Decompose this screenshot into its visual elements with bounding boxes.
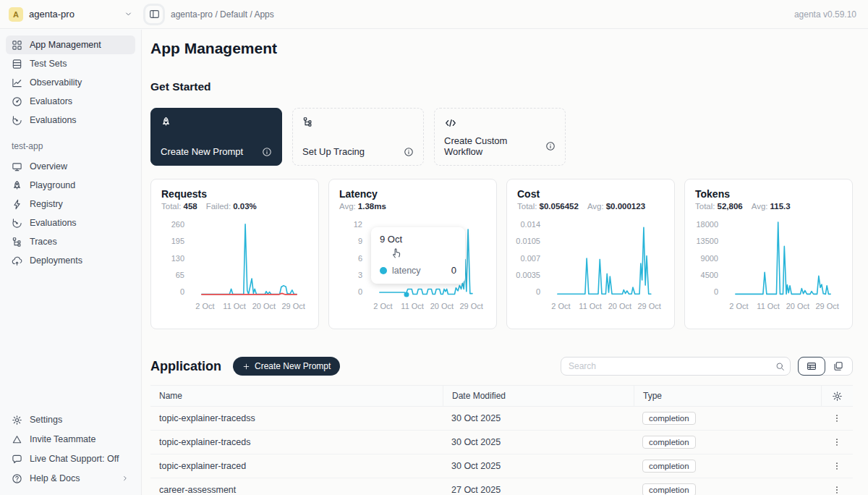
sidebar-item-registry[interactable]: Registry <box>6 195 135 213</box>
table-header: Name Date Modified Type <box>150 385 853 407</box>
create-new-prompt-button[interactable]: Create New Prompt <box>233 357 340 376</box>
stats-cards: Requests Total:458Failed:0.03% 260195130… <box>150 179 853 329</box>
table-row[interactable]: career-assessment 27 Oct 2025 completion <box>150 478 853 495</box>
table-view-button[interactable] <box>798 357 825 376</box>
chart-x-axis-labels: 2 Oct11 Oct20 Oct29 Oct <box>546 302 664 312</box>
sidebar-item-deployments[interactable]: Deployments <box>6 251 135 270</box>
sidebar-item-test-sets[interactable]: Test Sets <box>6 54 135 73</box>
rocket-icon <box>161 117 174 130</box>
stat-card-requests: Requests Total:458Failed:0.03% 260195130… <box>150 179 319 329</box>
sidebar-toggle-button[interactable] <box>143 4 165 25</box>
cursor-hand-icon <box>390 246 404 260</box>
application-heading: Application <box>150 359 221 374</box>
stat-pair: Failed:0.03% <box>206 202 257 211</box>
application-header: Application Create New Prompt <box>150 357 853 376</box>
sidebar-footer-nav: Settings Invite Teammate Live Chat Suppo… <box>6 410 135 488</box>
hover-point-marker <box>404 292 409 297</box>
sidebar-item-help-docs[interactable]: Help & Docs <box>6 469 135 488</box>
sidebar-item-evaluators[interactable]: Evaluators <box>6 92 135 111</box>
dots-vertical-icon <box>832 437 842 447</box>
monitor-icon <box>12 161 22 172</box>
type-badge: completion <box>642 460 696 473</box>
stat-card-stats: Total:$0.056452Avg:$0.000123 <box>517 202 664 211</box>
stat-card-tokens: Tokens Total:52,806Avg:115.3 18000135009… <box>684 179 853 329</box>
line-series-tokens <box>736 222 830 294</box>
gauge-icon <box>12 96 22 107</box>
test-sets-icon <box>12 59 22 69</box>
dots-vertical-icon <box>832 461 842 471</box>
chart-plot-area[interactable] <box>190 221 308 296</box>
stat-card-title: Latency <box>339 188 486 200</box>
row-actions-button[interactable] <box>821 461 853 471</box>
table-row[interactable]: topic-explainer-tracedss 30 Oct 2025 com… <box>150 407 853 431</box>
sidebar-project-label: test-app <box>12 141 135 151</box>
chart-x-axis-labels: 2 Oct11 Oct20 Oct29 Oct <box>724 302 842 312</box>
tree-icon <box>302 117 315 130</box>
stat-card-title: Cost <box>517 188 664 200</box>
sidebar-item-observability[interactable]: Observability <box>6 73 135 92</box>
stat-card-title: Requests <box>161 188 308 200</box>
main-content: App Management Get Started Create New Pr… <box>150 29 853 495</box>
workspace-avatar: A <box>9 7 23 22</box>
workspace-name: agenta-pro <box>29 9 118 20</box>
sidebar-item-settings[interactable]: Settings <box>6 410 135 429</box>
info-icon[interactable] <box>262 147 272 157</box>
table-settings-button[interactable] <box>821 386 853 406</box>
get-started-card-create-custom-workflow[interactable]: Create Custom Workflow <box>434 108 566 166</box>
cloud-icon <box>12 255 22 266</box>
get-started-card-set-up-tracing[interactable]: Set Up Tracing <box>292 108 424 166</box>
search-input[interactable] <box>561 361 770 371</box>
sidebar-item-traces[interactable]: Traces <box>6 232 135 251</box>
table-row[interactable]: topic-explainer-traceds 30 Oct 2025 comp… <box>150 431 853 454</box>
sidebar-item-evaluations[interactable]: Evaluations <box>6 111 135 130</box>
stat-pair: Total:458 <box>161 202 197 211</box>
stat-pair: Avg:$0.000123 <box>587 202 645 211</box>
type-badge: completion <box>642 412 696 425</box>
column-header-date-modified: Date Modified <box>443 386 634 406</box>
line-series-cost <box>558 227 651 294</box>
chat-icon <box>12 454 22 465</box>
row-actions-button[interactable] <box>821 485 853 495</box>
stat-card-title: Tokens <box>695 188 842 200</box>
get-started-cards: Create New Prompt Set Up Tracing Create … <box>150 108 853 166</box>
table-row[interactable]: topic-explainer-traced 30 Oct 2025 compl… <box>150 454 853 478</box>
chart-y-axis-labels: 0.0140.01050.0070.00350 <box>517 221 546 296</box>
card-view-icon <box>833 361 843 371</box>
sidebar-item-overview[interactable]: Overview <box>6 157 135 176</box>
row-actions-button[interactable] <box>821 413 853 423</box>
app-version: agenta v0.59.10 <box>794 9 868 20</box>
search-icon[interactable] <box>770 358 790 375</box>
stat-pair: Avg:115.3 <box>752 202 791 211</box>
table-view-icon <box>807 361 817 371</box>
stat-pair: Total:$0.056452 <box>517 202 579 211</box>
get-started-card-create-new-prompt[interactable]: Create New Prompt <box>150 108 282 166</box>
sidebar-item-invite-teammate[interactable]: Invite Teammate <box>6 430 135 449</box>
card-view-button[interactable] <box>825 357 852 376</box>
sidebar-item-live-chat-support-off[interactable]: Live Chat Support: Off <box>6 449 135 468</box>
type-badge: completion <box>642 483 696 495</box>
chevron-down-icon <box>124 9 133 19</box>
info-icon[interactable] <box>404 147 414 157</box>
chart-x-axis-labels: 2 Oct11 Oct20 Oct29 Oct <box>368 302 486 312</box>
app-grid-icon <box>12 40 22 51</box>
tree-icon <box>12 237 22 248</box>
gauge-arrow-icon <box>12 115 22 126</box>
workspace-selector[interactable]: A agenta-pro <box>0 0 142 28</box>
stat-card-stats: Avg:1.38ms <box>339 202 486 211</box>
observability-chart-icon <box>12 77 22 88</box>
chart-tooltip: 9 Oct latency 0 <box>371 227 465 284</box>
sidebar-item-app-management[interactable]: App Management <box>6 35 135 54</box>
chart-x-axis-labels: 2 Oct11 Oct20 Oct29 Oct <box>190 302 308 312</box>
info-icon[interactable] <box>545 141 556 151</box>
triangle-icon <box>12 434 22 445</box>
breadcrumb: agenta-pro / Default / Apps <box>171 9 274 20</box>
gear-icon <box>12 415 22 426</box>
row-actions-button[interactable] <box>821 437 853 447</box>
chevron-right-icon <box>121 474 129 483</box>
column-header-name: Name <box>150 386 443 406</box>
sidebar-item-evaluations[interactable]: Evaluations <box>6 213 135 232</box>
sidebar-item-playground[interactable]: Playground <box>6 176 135 195</box>
chart-plot-area[interactable] <box>724 221 842 296</box>
chart-plot-area[interactable] <box>546 221 664 296</box>
page-title: App Management <box>150 40 853 57</box>
